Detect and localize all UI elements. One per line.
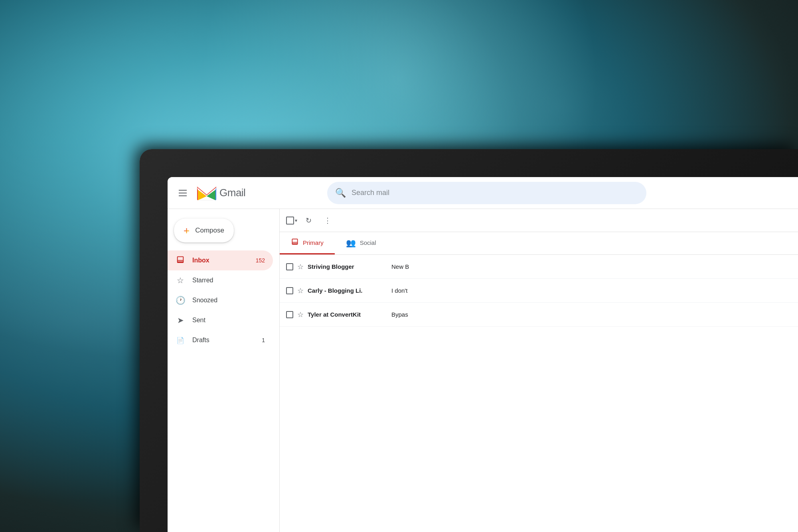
sidebar-item-starred[interactable]: ☆ Starred (168, 270, 273, 290)
search-bar[interactable]: 🔍 Search mail (327, 182, 646, 204)
email-checkbox-1[interactable] (286, 263, 293, 270)
inbox-icon (176, 255, 185, 266)
drafts-label: Drafts (192, 337, 255, 344)
gmail-wordmark: Gmail (219, 187, 245, 199)
starred-label: Starred (192, 277, 265, 284)
social-tab-icon: 👥 (346, 238, 356, 248)
tab-primary[interactable]: Primary (280, 232, 335, 254)
email-row[interactable]: ☆ Striving Blogger New B (280, 255, 798, 279)
inbox-badge: 152 (256, 257, 265, 264)
gmail-body: + Compose Inbox 152 ☆ Starred (168, 209, 798, 532)
select-all-checkbox[interactable] (286, 217, 294, 225)
email-row[interactable]: ☆ Carly - Blogging Li. I don't (280, 279, 798, 303)
gmail-logo: Gmail (196, 185, 245, 201)
email-preview-2: I don't (391, 287, 792, 294)
more-options-button[interactable]: ⋮ (320, 213, 336, 229)
star-icon-3[interactable]: ☆ (297, 310, 304, 319)
refresh-icon: ↻ (306, 216, 312, 225)
tab-social[interactable]: 👥 Social (335, 232, 387, 254)
sender-name-3: Tyler at ConvertKit (308, 311, 387, 318)
search-placeholder: Search mail (352, 189, 638, 197)
gmail-header: Gmail 🔍 Search mail (168, 177, 798, 209)
compose-label: Compose (195, 227, 224, 234)
send-icon: ➤ (176, 315, 185, 325)
search-icon: 🔍 (335, 188, 346, 198)
sent-label: Sent (192, 317, 265, 324)
gmail-m-icon (196, 185, 217, 201)
sidebar-item-inbox[interactable]: Inbox 152 (168, 250, 273, 270)
social-tab-label: Social (360, 239, 376, 246)
star-icon: ☆ (176, 276, 185, 285)
drafts-badge: 1 (262, 337, 265, 343)
sender-name-1: Striving Blogger (308, 263, 387, 270)
compose-button[interactable]: + Compose (174, 219, 234, 242)
select-dropdown[interactable]: ▾ (286, 217, 297, 225)
email-preview-3: Bypas (391, 311, 792, 318)
gmail-screen: Gmail 🔍 Search mail + Compose (168, 177, 798, 532)
email-preview-1: New B (391, 263, 792, 270)
sidebar-item-sent[interactable]: ➤ Sent (168, 310, 273, 330)
header-left: Gmail (176, 185, 327, 201)
refresh-button[interactable]: ↻ (300, 213, 316, 229)
sidebar: + Compose Inbox 152 ☆ Starred (168, 209, 279, 532)
sidebar-item-snoozed[interactable]: 🕐 Snoozed (168, 290, 273, 310)
clock-icon: 🕐 (176, 296, 185, 305)
email-toolbar: ▾ ↻ ⋮ (280, 209, 798, 232)
sender-name-2: Carly - Blogging Li. (308, 287, 387, 294)
drafts-icon: 📄 (176, 337, 185, 344)
tabs-bar: Primary 👥 Social (280, 232, 798, 255)
more-icon: ⋮ (324, 216, 331, 225)
snoozed-label: Snoozed (192, 297, 265, 304)
star-icon-1[interactable]: ☆ (297, 262, 304, 271)
email-rows: ☆ Striving Blogger New B ☆ Carly - Blogg… (280, 255, 798, 532)
email-list-area: ▾ ↻ ⋮ (279, 209, 798, 532)
sidebar-item-drafts[interactable]: 📄 Drafts 1 (168, 330, 273, 350)
select-dropdown-icon[interactable]: ▾ (295, 218, 297, 223)
primary-tab-label: Primary (303, 239, 324, 246)
laptop-bezel: Gmail 🔍 Search mail + Compose (140, 149, 798, 532)
email-row[interactable]: ☆ Tyler at ConvertKit Bypas (280, 303, 798, 327)
primary-tab-icon (291, 238, 299, 248)
menu-button[interactable] (176, 186, 190, 200)
inbox-label: Inbox (192, 257, 249, 264)
compose-icon: + (184, 225, 190, 237)
email-checkbox-2[interactable] (286, 287, 293, 294)
email-checkbox-3[interactable] (286, 311, 293, 318)
star-icon-2[interactable]: ☆ (297, 286, 304, 295)
